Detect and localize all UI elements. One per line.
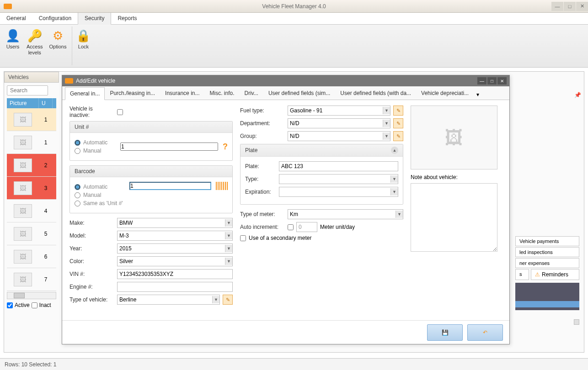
statusbar: Rows: 10 Selected: 1: [0, 358, 588, 370]
save-button[interactable]: 💾: [427, 324, 463, 341]
group-combo[interactable]: N/D▼: [288, 131, 390, 141]
dept-combo[interactable]: N/D▼: [288, 118, 390, 128]
vehicles-panel: Vehicles Picture U 🖼1 🖼1 🖼2 🖼3 🖼4 🖼5 🖼6 …: [4, 72, 59, 352]
tab-inspections[interactable]: led inspections: [515, 247, 579, 257]
edit-group-button[interactable]: ✎: [393, 131, 403, 141]
dialog-footer: 💾 ↶: [62, 320, 509, 344]
year-combo[interactable]: 2015▼: [117, 243, 233, 254]
color-combo[interactable]: Silver▼: [117, 256, 233, 266]
lock-button[interactable]: 🔒 Lock: [73, 26, 93, 65]
dialog-maximize-button[interactable]: □: [487, 77, 497, 85]
edit-type-button[interactable]: ✎: [223, 295, 233, 305]
vehicle-image-placeholder[interactable]: 🖼: [411, 106, 497, 169]
table-row[interactable]: 🖼6: [7, 245, 56, 268]
users-button[interactable]: 👤 Users: [3, 26, 23, 65]
barcode-manual-radio[interactable]: [75, 192, 80, 198]
platetype-combo[interactable]: ▼: [279, 174, 398, 184]
dlgtab-deprec[interactable]: Vehicle depreciati...: [416, 87, 474, 100]
undo-icon: ↶: [483, 329, 487, 336]
add-edit-vehicle-dialog: Add/Edit vehicle — □ ✕ General in... Pur…: [62, 75, 510, 344]
barcode-automatic-radio[interactable]: [75, 184, 80, 190]
unit-input[interactable]: [120, 143, 218, 151]
image-icon: 🖼: [14, 181, 32, 195]
dlgtab-purch[interactable]: Purch./leasing in...: [105, 87, 160, 100]
meter-combo[interactable]: Km▼: [288, 209, 403, 219]
dialog-minimize-button[interactable]: —: [477, 77, 486, 85]
barcode-input[interactable]: [129, 182, 211, 190]
model-combo[interactable]: M-3▼: [117, 231, 233, 241]
inactive-checkbox[interactable]: [117, 109, 123, 115]
table-row[interactable]: 🖼1: [7, 108, 56, 131]
unit-automatic-radio[interactable]: [75, 140, 80, 146]
plate-input[interactable]: [279, 161, 398, 171]
type-combo[interactable]: Berline▼: [117, 295, 220, 305]
collapse-icon[interactable]: ▲: [391, 147, 398, 154]
menu-tabs: General Configuration Security Reports: [0, 13, 588, 25]
col-unit[interactable]: U: [39, 98, 53, 108]
dlgtab-insurance[interactable]: Insurance in...: [160, 87, 204, 100]
undo-button[interactable]: ↶: [467, 324, 503, 341]
inactive-checkbox[interactable]: [32, 302, 37, 308]
vin-label: VIN #:: [69, 271, 114, 277]
engine-input[interactable]: [117, 282, 233, 292]
image-icon: 🖼: [14, 227, 32, 241]
dlgtab-udf1[interactable]: User defined fields (sim...: [263, 87, 335, 100]
autoinc-checkbox[interactable]: [288, 224, 294, 230]
tab-overflow-button[interactable]: ▾: [474, 90, 482, 100]
make-label: Make:: [69, 220, 114, 226]
edit-fuel-button[interactable]: ✎: [393, 106, 403, 116]
table-row[interactable]: 🖼5: [7, 222, 56, 245]
dlgtab-udf2[interactable]: User defined fields (with da...: [335, 87, 416, 100]
image-icon: 🖼: [14, 204, 32, 218]
tab-configuration[interactable]: Configuration: [32, 12, 78, 24]
chevron-down-icon: ▼: [383, 107, 390, 114]
pin-icon[interactable]: 📌: [574, 92, 581, 98]
secondary-checkbox[interactable]: [240, 235, 246, 241]
col-picture[interactable]: Picture: [7, 98, 39, 108]
dlgtab-general[interactable]: General in...: [65, 87, 105, 100]
scroll-handle[interactable]: [574, 319, 579, 325]
table-row[interactable]: 🖼7: [7, 268, 56, 291]
table-row[interactable]: 🖼1: [7, 131, 56, 154]
chevron-down-icon: ▼: [212, 296, 219, 303]
tab-security[interactable]: Security: [78, 12, 111, 25]
edit-dept-button[interactable]: ✎: [393, 118, 403, 128]
table-row[interactable]: 🖼3: [7, 177, 56, 200]
tab-reminders[interactable]: ⚠ Reminders: [531, 269, 579, 280]
meterunit-input[interactable]: [296, 222, 317, 232]
search-input[interactable]: [7, 85, 48, 95]
titlebar: Vehicle Fleet Manager 4.0 — □ ✕: [0, 0, 588, 13]
tab-expenses[interactable]: ner expenses: [515, 258, 579, 268]
table-row[interactable]: 🖼4: [7, 200, 56, 222]
user-icon: 👤: [5, 28, 20, 43]
tab-general[interactable]: General: [0, 12, 32, 24]
dialog-close-button[interactable]: ✕: [497, 77, 507, 85]
window-controls: — □ ✕: [551, 2, 588, 11]
unit-group: Unit # Automatic Manual ?: [69, 121, 233, 161]
chevron-down-icon: ▼: [225, 232, 232, 239]
close-button[interactable]: ✕: [576, 2, 588, 11]
tab-payments[interactable]: Vehicle payments: [515, 236, 579, 246]
horizontal-scrollbar[interactable]: [7, 292, 56, 299]
minimize-button[interactable]: —: [551, 2, 563, 11]
fuel-combo[interactable]: Gasoline - 91▼: [288, 106, 390, 116]
options-button[interactable]: ⚙ Options: [46, 26, 69, 65]
access-levels-button[interactable]: 🔑 Access levels: [24, 26, 45, 65]
help-icon[interactable]: ?: [223, 142, 228, 152]
table-row[interactable]: 🖼2: [7, 154, 56, 177]
vehicles-header: Vehicles: [4, 72, 59, 83]
dialog-titlebar[interactable]: Add/Edit vehicle — □ ✕: [62, 75, 509, 86]
note-textarea[interactable]: [411, 183, 497, 252]
dialog-tabs: General in... Purch./leasing in... Insur…: [62, 86, 509, 100]
dlgtab-misc[interactable]: Misc. info.: [204, 87, 239, 100]
make-combo[interactable]: BMW▼: [117, 218, 233, 228]
dlgtab-driv[interactable]: Driv...: [239, 87, 263, 100]
barcode-sameas-radio[interactable]: [75, 201, 80, 206]
tab-s[interactable]: s: [515, 269, 529, 280]
unit-manual-radio[interactable]: [75, 148, 80, 154]
active-checkbox[interactable]: [7, 302, 13, 308]
expiration-combo[interactable]: ▼: [279, 187, 398, 197]
maximize-button[interactable]: □: [564, 2, 576, 11]
vin-input[interactable]: [117, 269, 233, 279]
tab-reports[interactable]: Reports: [111, 12, 143, 24]
